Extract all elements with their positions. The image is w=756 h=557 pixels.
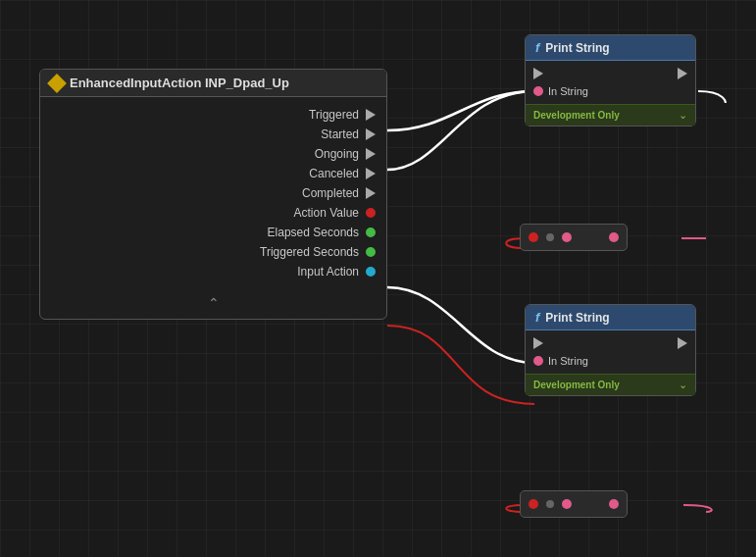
pin-label-ongoing: Ongoing [54, 147, 365, 161]
print-exec-in-2[interactable] [533, 337, 543, 349]
pin-label-triggered-seconds: Triggered Seconds [54, 245, 365, 259]
pin-label-input-action: Input Action [54, 265, 365, 278]
conn-dot-left-1[interactable] [529, 232, 538, 242]
conn-dot-far-right-1[interactable] [609, 232, 619, 242]
func-icon-2: f [535, 310, 539, 325]
pin-circle-elapsed [366, 228, 376, 237]
connector-node-1 [520, 224, 628, 251]
pin-circle-input-action [366, 267, 376, 277]
print-exec-in-1[interactable] [533, 68, 543, 79]
pin-ongoing[interactable] [365, 148, 377, 160]
input-action-footer: ⌃ [40, 289, 386, 319]
pin-row-action-value: Action Value [40, 203, 386, 223]
conn-dot-right-1[interactable] [562, 232, 572, 242]
connector-bar-1 [520, 224, 628, 251]
exec-in-arrow-1 [533, 68, 543, 79]
conn-dot-left-2[interactable] [529, 499, 538, 509]
dev-only-label-2: Development Only [533, 380, 620, 390]
input-action-title: EnhancedInputAction INP_Dpad_Up [70, 76, 289, 90]
print-node-2: f Print String In String Development Onl… [525, 304, 696, 396]
pin-label-completed: Completed [54, 186, 365, 200]
exec-in-arrow-2 [533, 337, 543, 349]
print-instring-in-2[interactable]: In String [533, 355, 588, 367]
conn-dot-mid-1 [546, 233, 554, 241]
dev-only-chevron-1: ⌄ [679, 109, 687, 122]
connector-node-2 [520, 490, 628, 518]
func-icon-1: f [535, 40, 539, 55]
in-string-label-1: In String [548, 85, 588, 97]
pin-completed[interactable] [365, 187, 377, 199]
pin-action-value[interactable] [365, 207, 377, 219]
pin-label-action-value: Action Value [54, 206, 365, 220]
pin-row-elapsed: Elapsed Seconds [40, 223, 386, 242]
pin-label-canceled: Canceled [54, 167, 365, 180]
conn-dot-right-2[interactable] [562, 499, 572, 509]
input-action-body: Triggered Started Ongoing Canceled [40, 97, 386, 289]
print-node-1-header: f Print String [526, 35, 695, 61]
print-node-1: f Print String In String Development Onl… [525, 34, 696, 127]
pin-row-canceled: Canceled [40, 164, 386, 183]
pin-label-elapsed: Elapsed Seconds [54, 226, 365, 239]
dev-only-section-1: Development Only ⌄ [526, 104, 695, 126]
conn-dot-mid-2 [546, 500, 554, 508]
pin-circle-triggered-seconds [366, 247, 376, 257]
print-exec-row-1 [526, 65, 695, 82]
print-exec-out-2[interactable] [678, 337, 687, 349]
pin-circle-action-value [366, 208, 376, 218]
pin-started[interactable] [365, 128, 377, 140]
print-node-1-body: In String [526, 61, 695, 104]
pin-row-completed: Completed [40, 183, 386, 203]
pin-row-triggered-seconds: Triggered Seconds [40, 242, 386, 262]
dev-only-chevron-2: ⌄ [679, 379, 687, 391]
print-instring-in-1[interactable]: In String [533, 85, 588, 97]
pin-row-triggered: Triggered [40, 105, 386, 125]
print-node-2-header: f Print String [526, 305, 695, 330]
pin-row-input-action: Input Action [40, 262, 386, 281]
exec-out-arrow-2 [678, 337, 687, 349]
exec-out-arrow-1 [678, 68, 687, 79]
print-node-2-title: Print String [545, 311, 609, 325]
pin-label-started: Started [54, 127, 365, 141]
input-action-node: EnhancedInputAction INP_Dpad_Up Triggere… [39, 69, 387, 320]
pin-elapsed[interactable] [365, 227, 377, 238]
diamond-icon [47, 74, 67, 93]
print-exec-row-2 [526, 334, 695, 352]
pin-row-started: Started [40, 125, 386, 144]
input-action-node-header: EnhancedInputAction INP_Dpad_Up [40, 70, 386, 97]
pin-exec-started [366, 128, 376, 140]
print-node-1-title: Print String [545, 41, 609, 55]
footer-chevron-icon: ⌃ [208, 295, 220, 311]
dev-only-label-1: Development Only [533, 110, 620, 121]
connector-bar-2 [520, 490, 628, 518]
print-instring-row-1: In String [526, 82, 695, 100]
pin-triggered[interactable] [365, 109, 377, 121]
pin-exec-completed [366, 187, 376, 199]
pin-exec-triggered [366, 109, 376, 121]
print-exec-out-1[interactable] [678, 68, 687, 79]
pin-exec-canceled [366, 168, 376, 179]
dev-only-section-2: Development Only ⌄ [526, 374, 695, 395]
print-instring-row-2: In String [526, 352, 695, 370]
pin-row-ongoing: Ongoing [40, 144, 386, 164]
pin-input-action[interactable] [365, 266, 377, 278]
pin-in-string-1 [533, 86, 543, 96]
conn-dot-far-right-2[interactable] [609, 499, 619, 509]
pin-in-string-2 [533, 356, 543, 366]
pin-exec-ongoing [366, 148, 376, 160]
pin-triggered-seconds[interactable] [365, 246, 377, 258]
pin-canceled[interactable] [365, 168, 377, 179]
pin-label-triggered: Triggered [54, 108, 365, 122]
in-string-label-2: In String [548, 355, 588, 367]
print-node-2-body: In String [526, 330, 695, 374]
